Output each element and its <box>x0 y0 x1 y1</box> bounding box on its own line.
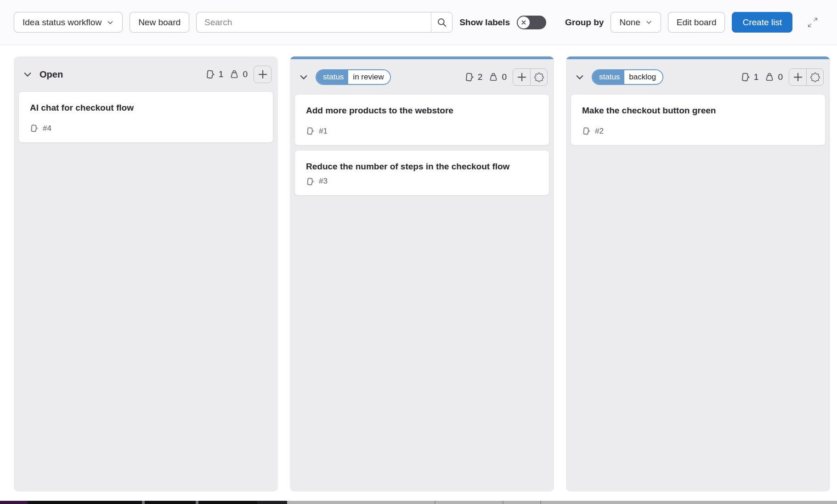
board-switcher-dropdown[interactable]: Idea status workflow <box>14 12 123 33</box>
list-header: status backlog 1 0 <box>566 59 830 93</box>
taskbar-segment <box>257 501 287 504</box>
issue-icon <box>30 124 39 133</box>
taskbar-segment <box>540 501 541 504</box>
new-board-button[interactable]: New board <box>130 12 189 33</box>
issue-icon <box>741 72 751 82</box>
collapse-list-button[interactable] <box>297 71 310 84</box>
search-input[interactable] <box>197 12 431 32</box>
group-by-label: Group by <box>565 17 604 28</box>
show-labels-toggle[interactable] <box>517 16 546 29</box>
card-ref: #4 <box>43 124 51 133</box>
group-by-value: None <box>619 17 640 28</box>
issue-board-app: Idea status workflow New board Show labe… <box>0 0 837 501</box>
card-ref: #3 <box>319 177 328 186</box>
plus-icon <box>792 72 803 83</box>
card-ref-row: #3 <box>306 177 538 186</box>
list-actions <box>789 68 824 86</box>
list-header: Open 1 0 <box>14 56 278 90</box>
list-settings-button[interactable] <box>530 69 547 85</box>
chevron-down-icon <box>23 69 33 79</box>
search-icon <box>437 17 447 28</box>
card-title: Make the checkout button green <box>582 105 798 117</box>
list-actions <box>513 68 548 86</box>
scoped-label[interactable]: status in review <box>316 69 391 85</box>
board-card[interactable]: AI chat for checkout flow #4 <box>18 91 273 143</box>
issue-icon <box>306 127 315 135</box>
card-list: AI chat for checkout flow #4 <box>14 90 278 147</box>
issue-icon <box>306 177 315 186</box>
list-actions <box>254 66 271 83</box>
taskbar-segment <box>142 501 145 504</box>
weight-icon <box>229 69 239 79</box>
list-meta: 2 0 <box>464 68 548 86</box>
card-list: Add more products to the webstore #1 Red… <box>290 93 554 200</box>
list-header: status in review 2 0 <box>290 59 554 93</box>
issue-count: 1 <box>741 72 759 82</box>
add-issue-button[interactable] <box>789 69 806 85</box>
group-by-dropdown[interactable]: None <box>611 12 661 33</box>
search-box <box>196 12 452 33</box>
card-ref-row: #2 <box>582 127 814 136</box>
taskbar-segment <box>503 501 503 504</box>
list-meta: 1 0 <box>741 68 824 86</box>
board-list-status-in-review: status in review 2 0 <box>290 56 554 492</box>
issue-count: 2 <box>464 72 483 82</box>
x-icon <box>520 19 527 26</box>
board-card[interactable]: Reduce the number of steps in the checko… <box>294 150 549 196</box>
board-list-status-backlog: status backlog 1 0 <box>566 56 830 492</box>
weight-count: 0 <box>764 72 783 82</box>
board-card[interactable]: Make the checkout button green #2 <box>571 94 826 146</box>
card-title: Reduce the number of steps in the checko… <box>306 161 522 173</box>
board-switcher-label: Idea status workflow <box>23 17 102 28</box>
chevron-down-icon <box>299 72 309 82</box>
gear-icon <box>810 73 820 82</box>
expand-icon <box>808 18 817 27</box>
card-title: Add more products to the webstore <box>306 105 522 117</box>
taskbar-segment <box>435 501 435 504</box>
scoped-label[interactable]: status backlog <box>592 69 663 85</box>
gear-icon <box>534 73 544 82</box>
issue-count: 1 <box>205 69 224 79</box>
show-labels-label: Show labels <box>459 17 510 28</box>
label-scope: status <box>593 70 624 84</box>
issue-icon <box>464 72 475 82</box>
board: Open 1 0 <box>0 45 837 501</box>
weight-count: 0 <box>229 69 248 79</box>
card-title: AI chat for checkout flow <box>30 102 246 114</box>
add-issue-button[interactable] <box>254 66 271 83</box>
list-settings-button[interactable] <box>806 69 823 85</box>
collapse-list-button[interactable] <box>21 68 34 81</box>
board-card[interactable]: Add more products to the webstore #1 <box>294 94 549 146</box>
board-list-open: Open 1 0 <box>14 56 278 492</box>
weight-icon <box>764 72 775 82</box>
add-issue-button[interactable] <box>513 69 530 85</box>
weight-icon <box>488 72 498 82</box>
edit-board-button[interactable]: Edit board <box>668 12 725 33</box>
weight-count: 0 <box>488 72 507 82</box>
collapse-list-button[interactable] <box>573 71 586 84</box>
chevron-down-icon <box>575 72 585 82</box>
issue-icon <box>582 127 591 135</box>
label-value: in review <box>348 70 390 84</box>
create-list-button[interactable]: Create list <box>732 12 792 33</box>
expand-board-button[interactable] <box>803 13 822 32</box>
plus-icon <box>516 72 527 83</box>
list-meta: 1 0 <box>205 66 271 83</box>
issue-icon <box>205 69 215 79</box>
toggle-knob <box>518 17 530 28</box>
background-window-edge <box>0 501 837 504</box>
label-scope: status <box>317 70 348 84</box>
label-value: backlog <box>624 70 662 84</box>
chevron-down-icon <box>107 19 114 26</box>
plus-icon <box>257 69 268 80</box>
chevron-down-icon <box>645 19 652 26</box>
board-toolbar: Idea status workflow New board Show labe… <box>0 0 837 45</box>
card-ref: #1 <box>319 127 328 136</box>
card-ref-row: #4 <box>30 124 262 133</box>
taskbar-segment <box>196 501 198 504</box>
taskbar-segment <box>0 501 28 504</box>
card-ref: #2 <box>595 127 604 136</box>
search-button[interactable] <box>431 12 452 32</box>
card-ref-row: #1 <box>306 127 538 136</box>
card-list: Make the checkout button green #2 <box>566 93 830 150</box>
